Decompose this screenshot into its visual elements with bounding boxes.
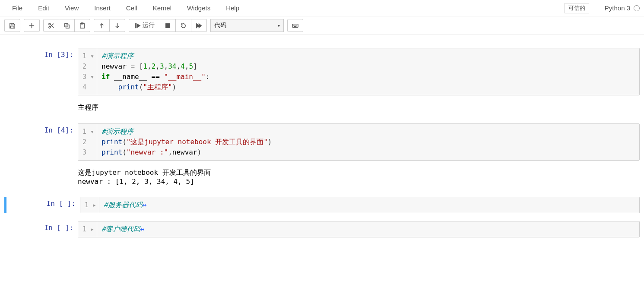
move-down-button[interactable] (110, 19, 125, 32)
paste-icon (79, 22, 86, 29)
scissors-icon (48, 22, 54, 29)
output-text: 这是jupyter notebook 开发工具的界面 newvar : [1, … (78, 165, 211, 189)
input-area[interactable]: 1 ▾2 3 ▾4 #演示程序newvar = [1,2,3,34,4,5]if… (78, 48, 640, 95)
run-icon (134, 22, 141, 29)
paste-button[interactable] (75, 19, 90, 32)
command-palette-button[interactable] (287, 19, 303, 32)
output-text: 主程序 (78, 100, 98, 116)
code-editor[interactable]: #演示程序print("这是jupyter notebook 开发工具的界面")… (97, 124, 639, 160)
line-gutter: 1 ▸ (80, 197, 99, 213)
cut-button[interactable] (43, 19, 59, 32)
code-cell[interactable]: In [ ]:1 ▸#客户端代码↔ (4, 221, 640, 237)
notebook-container: 一个cell是一个程序In [3]:1 ▾2 3 ▾4 #演示程序newvar … (0, 35, 644, 250)
input-area[interactable]: 1 ▸#服务器代码↔ (80, 197, 640, 213)
copy-icon (63, 22, 70, 29)
move-up-button[interactable] (94, 19, 110, 32)
output-prompt (4, 165, 78, 189)
line-gutter: 1 ▸ (78, 221, 97, 237)
kernel-name: Python 3 (605, 4, 630, 12)
copy-button[interactable] (59, 19, 75, 32)
fast-forward-icon (196, 22, 202, 29)
celltype-selected: 代码 (214, 22, 226, 29)
add-cell-button[interactable] (24, 19, 40, 32)
code-cell[interactable]: In [ ]:1 ▸#服务器代码↔ (4, 197, 640, 213)
line-gutter: 1 ▾2 3 ▾4 (78, 48, 97, 95)
code-cell[interactable]: In [3]:1 ▾2 3 ▾4 #演示程序newvar = [1,2,3,34… (4, 48, 640, 95)
run-button-label: 运行 (143, 22, 155, 29)
input-area[interactable]: 1 ▸#客户端代码↔ (78, 221, 640, 237)
input-area[interactable]: 1 ▾2 3 #演示程序print("这是jupyter notebook 开发… (78, 123, 640, 161)
arrow-up-icon (98, 22, 105, 29)
code-editor[interactable]: #服务器代码↔ (99, 197, 639, 213)
svg-point-0 (49, 26, 51, 28)
arrow-down-icon (114, 22, 121, 29)
svg-rect-2 (65, 23, 68, 27)
menu-help[interactable]: Help (218, 2, 247, 14)
plus-icon (29, 22, 35, 29)
save-icon (9, 22, 16, 29)
kernel-status-icon (634, 5, 640, 11)
svg-point-1 (49, 23, 51, 25)
menubar: File Edit View Insert Cell Kernel Widget… (0, 0, 644, 16)
restart-icon (180, 22, 187, 29)
code-editor[interactable]: #演示程序newvar = [1,2,3,34,4,5]if __name__ … (97, 48, 639, 95)
menu-insert[interactable]: Insert (86, 2, 118, 14)
interrupt-button[interactable] (160, 19, 176, 32)
celltype-dropdown[interactable]: 代码 (210, 19, 284, 32)
output-row: 这是jupyter notebook 开发工具的界面 newvar : [1, … (4, 165, 640, 189)
menu-file[interactable]: File (4, 2, 30, 14)
output-row: 主程序 (4, 100, 640, 116)
toolbar: 运行 代码 (0, 16, 644, 35)
restart-button[interactable] (176, 19, 191, 32)
code-editor[interactable]: #客户端代码↔ (97, 221, 639, 237)
line-gutter: 1 ▾2 3 (78, 124, 97, 160)
svg-rect-3 (66, 25, 70, 28)
code-cell[interactable]: In [4]:1 ▾2 3 #演示程序print("这是jupyter note… (4, 123, 640, 161)
stop-icon (165, 22, 171, 29)
output-prompt (4, 100, 78, 116)
restart-run-all-button[interactable] (191, 19, 207, 32)
keyboard-icon (292, 22, 298, 29)
input-prompt: In [4]: (4, 123, 78, 161)
input-prompt: In [3]: (4, 48, 78, 95)
save-button[interactable] (4, 19, 20, 32)
input-prompt: In [ ]: (4, 221, 78, 237)
menu-cell[interactable]: Cell (118, 2, 145, 14)
menu-edit[interactable]: Edit (30, 2, 57, 14)
run-button[interactable]: 运行 (129, 19, 160, 32)
menu-kernel[interactable]: Kernel (145, 2, 179, 14)
trusted-indicator[interactable]: 可信的 (565, 3, 589, 13)
menu-view[interactable]: View (57, 2, 86, 14)
input-prompt: In [ ]: (6, 197, 80, 213)
svg-rect-6 (166, 23, 170, 27)
menu-widgets[interactable]: Widgets (179, 2, 218, 14)
